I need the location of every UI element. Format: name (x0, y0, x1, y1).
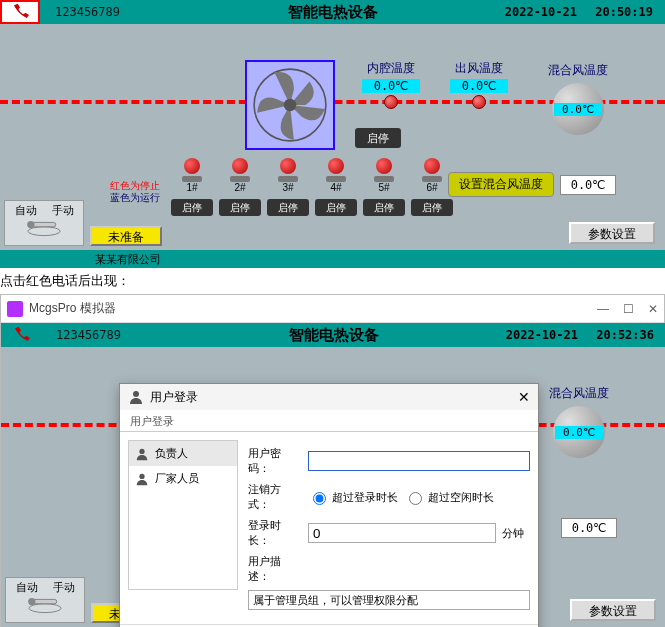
logout-opt-idle[interactable]: 超过空闲时长 (404, 489, 494, 505)
duration-unit: 分钟 (502, 526, 530, 541)
top-bar: 123456789 智能电热设备 2022-10-21 20:52:36 (1, 323, 665, 347)
window-maximize-icon[interactable]: ☐ (623, 302, 634, 316)
app-logo-icon (7, 301, 23, 317)
out-temp-label: 出风温度 (450, 60, 508, 77)
param-settings-button[interactable]: 参数设置 (570, 599, 656, 621)
date-label: 2022-10-21 (506, 328, 578, 342)
fan-icon (245, 60, 335, 150)
heater-5: 5# 启停 (360, 158, 408, 216)
dialog-titlebar: 用户登录 ✕ (120, 384, 538, 410)
user-icon (128, 389, 144, 405)
mix-temp-group: 混合风温度 0.0℃ (549, 385, 609, 462)
fan-start-stop-button[interactable]: 启停 (355, 128, 401, 148)
set-mix-temp-input[interactable]: 0.0℃ (560, 175, 616, 195)
out-temp-group: 出风温度 0.0℃ (450, 60, 508, 109)
window-titlebar: McgsPro 模拟器 — ☐ ✕ (1, 295, 664, 323)
phone-icon[interactable] (1, 323, 41, 347)
footer-company: 某某有限公司 (0, 250, 665, 268)
mix-temp-label: 混合风温度 (549, 385, 609, 402)
set-mix-temp: 设置混合风温度 0.0℃ (448, 172, 616, 197)
duration-label: 登录时长： (248, 518, 302, 548)
heater-6-button[interactable]: 启停 (411, 199, 453, 216)
lamp-icon (326, 158, 346, 182)
role-item-factory[interactable]: 厂家人员 (129, 466, 237, 491)
time-label: 20:52:36 (596, 328, 654, 342)
inner-temp-value: 0.0℃ (362, 79, 420, 93)
status-pill: 未准备 (90, 226, 162, 246)
heater-2-button[interactable]: 启停 (219, 199, 261, 216)
set-mix-temp-input[interactable]: 0.0℃ (561, 518, 617, 538)
mix-temp-value: 0.0℃ (554, 103, 602, 116)
inner-temp-label: 内腔温度 (362, 60, 420, 77)
app-title: 智能电热设备 (289, 326, 379, 345)
phone-number: 123456789 (55, 5, 120, 19)
svg-point-9 (139, 448, 144, 453)
mix-temp-group: 混合风温度 0.0℃ (548, 62, 608, 139)
user-desc-value: 属于管理员组，可以管理权限分配 (248, 590, 530, 610)
svg-point-5 (29, 604, 61, 613)
window-minimize-icon[interactable]: — (597, 302, 609, 316)
svg-point-4 (27, 221, 34, 228)
heater-3-button[interactable]: 启停 (267, 199, 309, 216)
lamp-icon (422, 158, 442, 182)
lamp-icon (374, 158, 394, 182)
password-label: 用户密码： (248, 446, 302, 476)
phone-number: 123456789 (56, 328, 121, 342)
heater-1: 1# 启停 (168, 158, 216, 216)
date-label: 2022-10-21 (505, 5, 577, 19)
inner-temp-led (384, 95, 398, 109)
svg-point-7 (28, 598, 35, 605)
svg-rect-6 (32, 599, 57, 603)
logout-opt-duration[interactable]: 超过登录时长 (308, 489, 398, 505)
inner-temp-group: 内腔温度 0.0℃ (362, 60, 420, 109)
lamp-icon (230, 158, 250, 182)
mode-auto-label[interactable]: 自动 (16, 580, 38, 595)
mix-temp-label: 混合风温度 (548, 62, 608, 79)
mode-auto-label[interactable]: 自动 (15, 203, 37, 218)
mode-selector[interactable]: 自动 手动 (4, 200, 84, 246)
caption-text: 点击红色电话后出现： (0, 268, 665, 294)
mix-temp-gauge: 0.0℃ (552, 83, 604, 135)
heater-2: 2# 启停 (216, 158, 264, 216)
svg-point-2 (28, 227, 60, 236)
mode-manual-label[interactable]: 手动 (52, 203, 74, 218)
set-mix-temp-label: 设置混合风温度 (448, 172, 554, 197)
out-temp-led (472, 95, 486, 109)
svg-point-10 (139, 473, 144, 478)
person-icon (135, 447, 149, 461)
time-label: 20:50:19 (595, 5, 653, 19)
svg-point-8 (133, 391, 139, 397)
mode-selector[interactable]: 自动 手动 (5, 577, 85, 623)
password-input[interactable] (308, 451, 530, 471)
heater-1-button[interactable]: 启停 (171, 199, 213, 216)
top-bar: 123456789 智能电热设备 2022-10-21 20:50:19 (0, 0, 665, 24)
heater-4-button[interactable]: 启停 (315, 199, 357, 216)
app-title: 智能电热设备 (288, 3, 378, 22)
role-list[interactable]: 负责人 厂家人员 (128, 440, 238, 590)
dialog-title: 用户登录 (150, 389, 198, 406)
user-desc-label: 用户描述： (248, 554, 302, 584)
role-item-owner[interactable]: 负责人 (129, 441, 237, 466)
out-temp-value: 0.0℃ (450, 79, 508, 93)
mix-temp-gauge: 0.0℃ (553, 406, 605, 458)
duration-input[interactable] (308, 523, 496, 543)
phone-icon[interactable] (0, 0, 40, 24)
person-icon (135, 472, 149, 486)
mode-manual-label[interactable]: 手动 (53, 580, 75, 595)
mix-temp-value: 0.0℃ (555, 426, 603, 439)
switch-icon (8, 595, 82, 619)
switch-icon (7, 218, 81, 242)
svg-point-1 (284, 99, 296, 111)
lamp-icon (278, 158, 298, 182)
param-settings-button[interactable]: 参数设置 (569, 222, 655, 244)
lamp-icon (182, 158, 202, 182)
heater-3: 3# 启停 (264, 158, 312, 216)
dialog-close-icon[interactable]: ✕ (518, 389, 530, 405)
heater-4: 4# 启停 (312, 158, 360, 216)
login-dialog: 用户登录 ✕ 用户登录 负责人 厂家人员 (119, 383, 539, 627)
window-close-icon[interactable]: ✕ (648, 302, 658, 316)
logout-mode-label: 注销方式： (248, 482, 302, 512)
window-title: McgsPro 模拟器 (29, 300, 116, 317)
heater-5-button[interactable]: 启停 (363, 199, 405, 216)
dialog-subtitle: 用户登录 (120, 410, 538, 432)
